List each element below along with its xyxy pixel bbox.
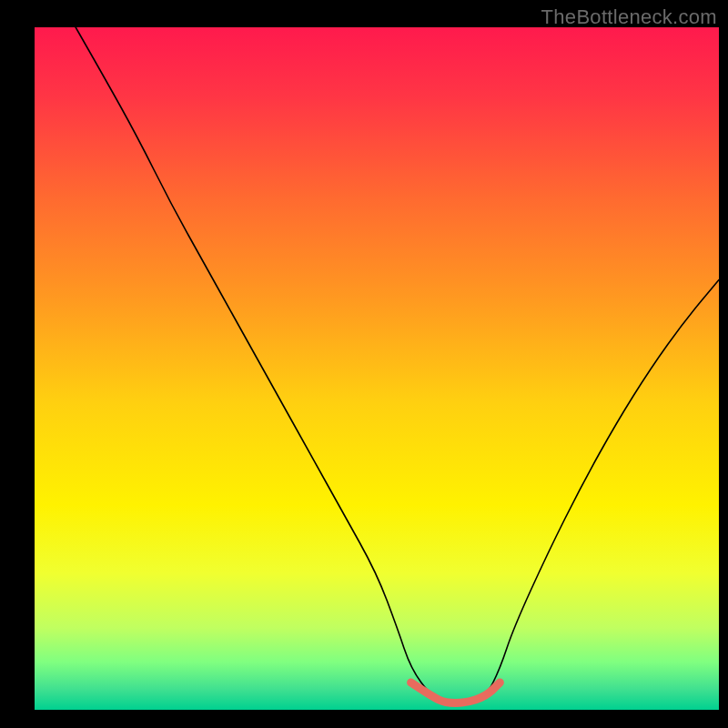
bottleneck-chart	[0, 0, 728, 728]
chart-frame: TheBottleneck.com	[0, 0, 728, 728]
watermark-text: TheBottleneck.com	[541, 5, 717, 29]
gradient-background	[35, 27, 719, 710]
